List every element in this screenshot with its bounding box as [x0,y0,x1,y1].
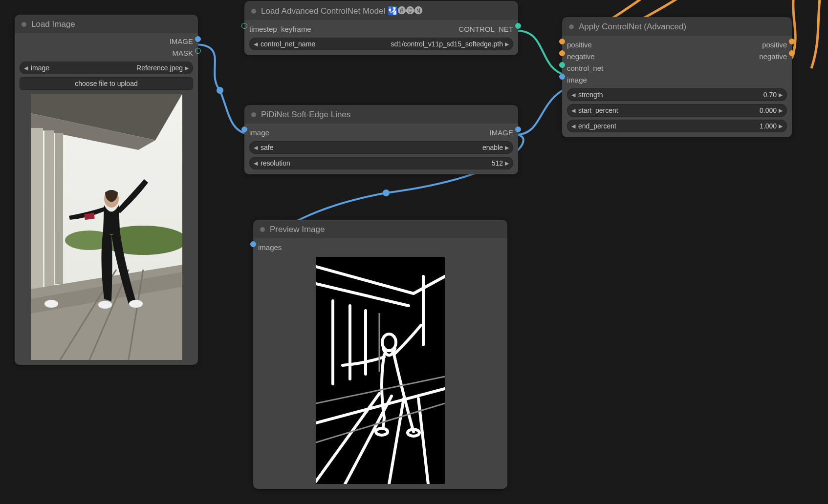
chevron-left-icon[interactable]: ◀ [254,41,258,47]
output-label: negative [759,52,787,61]
chevron-right-icon[interactable]: ▶ [779,92,783,98]
output-port-control-net[interactable] [515,23,521,29]
chevron-right-icon[interactable]: ▶ [505,41,509,47]
node-header[interactable]: Preview Image [253,220,507,238]
input-port-timestep-keyframe[interactable] [241,23,247,29]
image-preview-output [258,257,502,484]
output-port-positive[interactable] [789,39,795,44]
chevron-right-icon[interactable]: ▶ [185,65,189,71]
svg-point-18 [129,300,143,308]
collapse-dot-icon[interactable] [251,112,256,117]
input-label: images [258,243,282,252]
widget-value: Reference.jpeg [136,64,185,72]
output-port-image[interactable] [195,36,201,42]
input-label: timestep_keyframe [249,25,311,33]
widget-value: 1.000 [760,122,779,130]
collapse-dot-icon[interactable] [569,24,574,29]
input-label: image [249,128,269,137]
input-port-positive[interactable] [559,39,565,44]
svg-rect-6 [44,130,54,287]
upload-button[interactable]: choose file to upload [20,77,193,90]
output-port-negative[interactable] [789,50,795,56]
chevron-right-icon[interactable]: ▶ [779,107,783,114]
svg-rect-5 [31,128,43,289]
chevron-left-icon[interactable]: ◀ [571,123,575,129]
widget-value: 0.70 [763,91,779,99]
input-port-image[interactable] [559,74,565,80]
widget-value: sd1/control_v11p_sd15_softedge.pth [391,40,505,48]
output-port-image[interactable] [515,126,521,132]
widget-label: safe [258,144,482,151]
widget-start-percent[interactable]: ◀ start_percent 0.000 ▶ [567,104,787,117]
node-preview-image[interactable]: Preview Image images [253,220,507,489]
widget-strength[interactable]: ◀ strength 0.70 ▶ [567,88,787,101]
collapse-dot-icon[interactable] [260,227,265,232]
widget-value: 0.000 [760,106,779,114]
input-port-control-net[interactable] [559,62,565,68]
node-title: Load Advanced ControlNet Model 🛂🅐🅒🅝 [261,6,423,16]
chevron-right-icon[interactable]: ▶ [505,160,509,167]
input-port-images[interactable] [250,241,256,247]
input-port-negative[interactable] [559,50,565,56]
node-header[interactable]: PiDiNet Soft-Edge Lines [244,105,518,124]
chevron-left-icon[interactable]: ◀ [571,107,575,114]
node-load-image[interactable]: Load Image IMAGE MASK ◀ image Reference.… [15,15,198,365]
output-label: positive [762,41,787,49]
chevron-left-icon[interactable]: ◀ [571,92,575,98]
input-label: negative [567,52,595,61]
button-label: choose file to upload [75,80,137,87]
node-header[interactable]: Apply ControlNet (Advanced) [562,17,792,36]
svg-rect-7 [55,133,63,284]
widget-label: control_net_name [258,40,391,48]
input-label: control_net [567,64,603,72]
svg-point-1 [383,189,390,196]
widget-safe[interactable]: ◀ safe enable ▶ [249,141,513,154]
chevron-left-icon[interactable]: ◀ [24,65,28,71]
widget-control-net-name[interactable]: ◀ control_net_name sd1/control_v11p_sd15… [249,38,513,50]
widget-label: image [28,64,136,72]
node-title: Apply ControlNet (Advanced) [579,22,686,32]
chevron-left-icon[interactable]: ◀ [254,160,258,167]
svg-point-19 [44,300,58,308]
output-label: CONTROL_NET [458,25,513,33]
input-label: image [567,76,587,84]
node-header[interactable]: Load Image [15,15,198,33]
collapse-dot-icon[interactable] [22,22,26,27]
node-apply-controlnet[interactable]: Apply ControlNet (Advanced) positive pos… [562,17,792,137]
chevron-left-icon[interactable]: ◀ [254,145,258,151]
node-title: PiDiNet Soft-Edge Lines [261,110,350,120]
collapse-dot-icon[interactable] [251,9,256,14]
widget-image-file[interactable]: ◀ image Reference.jpeg ▶ [20,62,193,74]
svg-point-17 [98,301,112,309]
output-label: MASK [172,49,193,57]
widget-value: enable [482,144,505,151]
widget-resolution[interactable]: ◀ resolution 512 ▶ [249,157,513,169]
image-preview [20,94,193,360]
output-label: IMAGE [170,37,193,45]
node-title: Preview Image [270,225,325,234]
widget-label: strength [575,91,763,99]
svg-point-0 [217,87,223,94]
node-header[interactable]: Load Advanced ControlNet Model 🛂🅐🅒🅝 [244,1,518,20]
widget-end-percent[interactable]: ◀ end_percent 1.000 ▶ [567,120,787,132]
widget-label: start_percent [575,106,760,114]
node-load-acn-model[interactable]: Load Advanced ControlNet Model 🛂🅐🅒🅝 time… [244,1,518,55]
output-label: IMAGE [490,128,513,137]
widget-value: 512 [492,159,505,167]
input-label: positive [567,41,592,49]
chevron-right-icon[interactable]: ▶ [505,145,509,151]
title-text: Load Advanced ControlNet Model 🛂🅐🅒🅝 [261,6,423,16]
node-title: Load Image [31,20,75,29]
input-port-image[interactable] [241,126,247,132]
chevron-right-icon[interactable]: ▶ [779,123,783,129]
output-port-mask[interactable] [195,48,201,54]
node-pidinet[interactable]: PiDiNet Soft-Edge Lines image IMAGE ◀ sa… [244,105,518,174]
widget-label: end_percent [575,122,760,130]
widget-label: resolution [258,159,492,167]
